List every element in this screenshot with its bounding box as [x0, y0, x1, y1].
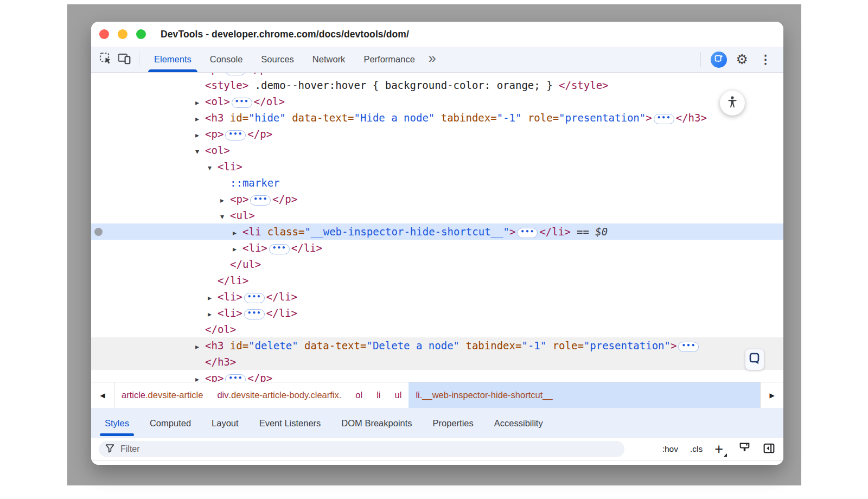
inline-expand-button[interactable]: ••• [678, 342, 699, 352]
token-tag: <ul> [230, 209, 255, 221]
sidebar-tab-computed[interactable]: Computed [139, 408, 201, 438]
token-tag: <li [242, 226, 261, 238]
dom-node-row[interactable]: ▸<p>•••</p> [91, 370, 783, 382]
dom-node-row[interactable]: <style> .demo--hover:hover { background-… [91, 77, 783, 93]
disclosure-triangle[interactable]: ▾ [195, 143, 205, 159]
inline-expand-button[interactable]: ••• [225, 130, 246, 140]
token-tag: <style> [205, 79, 248, 91]
inline-expand-button[interactable]: ••• [244, 309, 265, 319]
dom-node-row[interactable]: ::marker [91, 175, 783, 191]
dom-node-row[interactable]: </h3> [91, 354, 783, 370]
disclosure-triangle[interactable]: ▸ [195, 94, 205, 111]
toggle-element-state-button[interactable]: :hov [662, 444, 678, 454]
disclosure-triangle[interactable]: ▸ [208, 290, 218, 306]
inspect-element-button[interactable] [97, 50, 115, 69]
ai-assistance-button[interactable] [711, 52, 727, 68]
inline-expand-button[interactable]: ••• [654, 114, 674, 124]
dom-node-row[interactable]: ▸<h3 id="hide" data-text="Hide a node" t… [91, 110, 783, 126]
more-tabs-button[interactable]: » [424, 52, 441, 65]
breadcrumb-item-ol[interactable]: ol [348, 382, 369, 408]
dom-breadcrumb-bar: ◀ article.devsite-articlediv.devsite-art… [91, 382, 783, 408]
disclosure-triangle[interactable]: ▸ [195, 371, 205, 382]
crumb-tag: ul [395, 390, 402, 400]
dom-node-row[interactable]: ▸<li>•••</li> [91, 305, 783, 321]
title-bar: DevTools - developer.chrome.com/docs/dev… [91, 22, 783, 47]
close-window-button[interactable] [99, 29, 109, 39]
inline-expand-button[interactable]: ••• [250, 195, 271, 206]
inline-expand-button[interactable]: ••• [232, 98, 252, 108]
sidebar-tab-layout[interactable]: Layout [201, 408, 249, 438]
element-classes-button[interactable]: .cls [690, 444, 703, 454]
dom-node-row[interactable]: ▸<p>•••</p> [91, 73, 783, 77]
disclosure-triangle[interactable]: ▸ [195, 127, 205, 143]
breadcrumb-item-article[interactable]: article.devsite-article [114, 382, 210, 408]
dom-node-row[interactable]: ▸<p>•••</p> [91, 191, 783, 207]
disclosure-triangle[interactable]: ▸ [233, 241, 242, 257]
dom-node-row[interactable]: ▸<ol>•••</ol> [91, 93, 783, 110]
window-title: DevTools - developer.chrome.com/docs/dev… [161, 29, 409, 40]
ai-assistance-float-button[interactable] [745, 349, 764, 370]
disclosure-triangle[interactable]: ▸ [195, 338, 205, 355]
dom-node-row[interactable]: </ul> [91, 256, 783, 272]
rendering-emulations-button[interactable] [738, 442, 751, 457]
token-tag: </ul> [230, 258, 261, 270]
sidebar-tab-event-listeners[interactable]: Event Listeners [249, 408, 331, 438]
breadcrumb-scroll-left-button[interactable]: ◀ [91, 382, 114, 408]
sidebar-tab-properties[interactable]: Properties [423, 408, 484, 438]
sidebar-tab-accessibility[interactable]: Accessibility [484, 408, 553, 438]
inline-expand-button[interactable]: ••• [269, 244, 290, 254]
disclosure-triangle[interactable]: ▾ [220, 208, 230, 225]
panel-tab-console[interactable]: Console [201, 47, 252, 72]
styles-filter-field[interactable] [99, 441, 624, 457]
breadcrumb-item-li[interactable]: li [369, 382, 387, 408]
panel-tab-sources[interactable]: Sources [252, 47, 303, 72]
minimize-window-button[interactable] [118, 29, 127, 39]
settings-gear-button[interactable]: ⚙ [731, 53, 753, 66]
breadcrumb: article.devsite-articlediv.devsite-artic… [114, 382, 760, 408]
disclosure-triangle[interactable]: ▾ [208, 159, 218, 176]
inline-expand-button[interactable]: ••• [244, 293, 265, 303]
breadcrumb-item-li[interactable]: li.__web-inspector-hide-shortcut__ [409, 382, 760, 408]
breadcrumb-scroll-right-button[interactable]: ▶ [760, 382, 783, 408]
dom-node-row[interactable]: ▾<li> [91, 158, 783, 175]
dom-node-row[interactable]: </ol> [91, 321, 783, 337]
dom-node-row[interactable]: ▸<li>•••</li> [91, 240, 783, 256]
styles-filter-input[interactable] [119, 444, 618, 455]
dom-node-row[interactable]: ▾<ul> [91, 207, 783, 223]
token-attr: id= [224, 112, 248, 124]
toolbar-divider-right [700, 52, 701, 67]
zoom-window-button[interactable] [136, 29, 146, 39]
token-tag: </p> [247, 73, 272, 75]
inline-expand-button[interactable]: ••• [517, 228, 538, 238]
breadcrumb-item-div[interactable]: div.devsite-article-body.clearfix. [210, 382, 348, 408]
panel-tab-performance[interactable]: Performance [354, 47, 424, 72]
token-tag: </ol> [205, 323, 236, 335]
breadcrumb-item-ul[interactable]: ul [388, 382, 409, 408]
panel-tab-network[interactable]: Network [303, 47, 355, 72]
dom-node-row[interactable]: ▾<ol> [91, 142, 783, 158]
traffic-lights [99, 29, 146, 39]
inline-expand-button[interactable]: ••• [225, 374, 246, 382]
dom-node-row[interactable]: ▸<li>•••</li> [91, 289, 783, 305]
dom-node-row[interactable]: ▸<p>•••</p> [91, 126, 783, 142]
toggle-device-toolbar-button[interactable] [115, 50, 133, 69]
accessibility-widget-button[interactable] [720, 91, 745, 116]
toggle-sidebar-button[interactable] [762, 442, 776, 457]
sidebar-tab-dom-breakpoints[interactable]: DOM Breakpoints [331, 408, 422, 438]
inline-expand-button[interactable]: ••• [225, 73, 246, 75]
disclosure-triangle[interactable]: ▸ [208, 306, 218, 322]
dom-node-row[interactable]: ▸<li class="__web-inspector-hide-shortcu… [91, 223, 783, 240]
disclosure-triangle[interactable]: ▸ [233, 225, 242, 241]
panel-tab-elements[interactable]: Elements [145, 47, 201, 72]
new-style-rule-button[interactable]: + [714, 442, 727, 457]
disclosure-triangle[interactable]: ▸ [195, 111, 205, 127]
token-eq: == $0 [571, 226, 608, 238]
devtools-menu-button[interactable]: ⋮ [753, 53, 777, 67]
token-attr: class= [261, 226, 304, 238]
sidebar-tab-styles[interactable]: Styles [94, 408, 139, 438]
dom-node-row[interactable]: ▸<h3 id="delete" data-text="Delete a nod… [91, 337, 783, 354]
dom-node-row[interactable]: </li> [91, 272, 783, 289]
disclosure-triangle[interactable]: ▸ [220, 192, 230, 208]
styles-toolbar: :hov .cls + [91, 438, 783, 460]
token-val: "__web-inspector-hide-shortcut__" [304, 226, 509, 238]
